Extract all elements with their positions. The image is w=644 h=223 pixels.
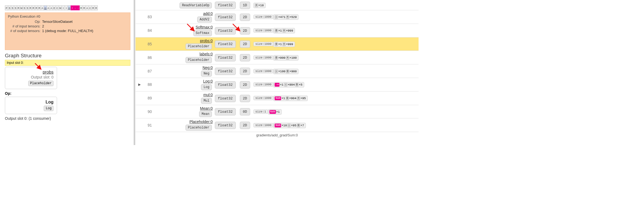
tensor-name-link[interactable]: labels:0 — [155, 52, 213, 56]
op-chip[interactable]: Placeholder — [186, 57, 212, 63]
stats-breakdown[interactable]: NaN×10×904+×95 — [273, 96, 307, 101]
stat-symbol-icon: + — [282, 29, 286, 33]
stats-breakdown[interactable]: -×471+×529 — [273, 14, 299, 20]
tensor-row[interactable]: 89mul:0Mulfloat322Dsize:1000NaN×10×904+×… — [136, 92, 419, 105]
output-slot-line: Output slot 0: (1 consumer) — [5, 116, 134, 121]
dim-chip[interactable]: 2D — [240, 40, 250, 48]
tensor-row[interactable]: 83add:0AddV2float322Dsize:1000-×471+×529 — [136, 10, 419, 24]
dim-chip[interactable]: 2D — [240, 14, 250, 21]
dim-chip[interactable]: 2D — [240, 81, 250, 89]
dtype-chip[interactable]: float32 — [215, 40, 236, 48]
stat-count: ×100 — [278, 70, 285, 73]
tensor-name-link[interactable]: mul:0 — [155, 93, 213, 97]
partial-row-name: gradients/add_grad/Sum:0 — [136, 132, 419, 138]
op-chip[interactable]: Placeholder — [186, 125, 212, 131]
dtype-chip[interactable]: float32 — [215, 108, 236, 115]
ribbon-cell[interactable]: R — [95, 5, 98, 10]
input-tensor-op-chip[interactable]: Placeholder — [28, 81, 54, 86]
tensor-name-link[interactable]: Log:0 — [155, 79, 213, 84]
stats-breakdown[interactable]: 0×1+×999 — [273, 28, 295, 33]
stat-count: ×7 — [300, 124, 304, 127]
stat-symbol-icon: 0 — [297, 124, 300, 127]
dtype-chip[interactable]: float32 — [215, 2, 236, 9]
stat-symbol-icon: + — [286, 56, 289, 60]
stat-symbol-icon: NaN — [269, 110, 276, 114]
tensor-name-link[interactable]: Placeholder:0 — [155, 120, 213, 124]
stats-breakdown[interactable]: -∞×1-×9940×5 — [273, 82, 304, 87]
tensor-row[interactable]: ReadVariableOpfloat321D+×10 — [136, 0, 419, 10]
stat-count: ×471 — [278, 15, 285, 19]
dtype-chip[interactable]: float32 — [215, 14, 236, 21]
expand-toggle-icon[interactable]: ▶ — [138, 83, 142, 86]
stats-breakdown[interactable]: -×1000×900 — [273, 69, 299, 74]
size-badge: size:1000 — [253, 123, 273, 127]
stats-breakdown[interactable]: 0×1+×999 — [273, 42, 295, 47]
dim-chip[interactable]: 2D — [240, 54, 250, 61]
dtype-chip[interactable]: float32 — [215, 54, 236, 61]
execution-detail-card: Python Execution #0 Op:TensorSliceDatase… — [5, 12, 130, 50]
dim-chip[interactable]: 1D — [240, 2, 250, 9]
event-ribbon[interactable]: PSSSRMSSRRRRAmAAECMIIm!--RRACRR — [5, 5, 134, 10]
op-chip[interactable]: Placeholder — [186, 43, 212, 49]
op-box[interactable]: Log Log — [5, 97, 57, 114]
input-tensor-link[interactable]: probs — [8, 70, 54, 75]
row-index: 90 — [142, 109, 155, 114]
row-index: 88 — [142, 82, 155, 87]
tensor-row[interactable]: 86labels:0Placeholderfloat322Dsize:10000… — [136, 51, 419, 64]
dtype-chip[interactable]: float32 — [215, 122, 236, 129]
stat-symbol-icon: 0 — [275, 29, 278, 33]
stats-breakdown[interactable]: NaN×10-×950×7 — [273, 123, 306, 128]
op-chip[interactable]: Mul — [201, 98, 212, 104]
tensor-name-link[interactable]: Neg:0 — [155, 65, 213, 70]
dtype-chip[interactable]: float32 — [215, 68, 236, 75]
op-heading: Op: — [5, 91, 134, 96]
op-chip[interactable]: Log — [44, 106, 54, 111]
op-chip[interactable]: Neg — [201, 71, 212, 77]
card-row-value: TensorSliceDataset — [42, 20, 73, 24]
dim-chip[interactable]: 2D — [240, 68, 250, 75]
row-index: 89 — [142, 96, 155, 100]
stat-count: ×900 — [278, 56, 285, 59]
tensor-row[interactable]: 87Neg:0Negfloat322Dsize:1000-×1000×900 — [136, 64, 419, 78]
stats-breakdown[interactable]: NaN×1 — [268, 109, 282, 115]
input-tensor-box[interactable]: probs Output slot: 0 Placeholder — [5, 67, 57, 89]
stat-symbol-icon: + — [297, 96, 300, 100]
tensor-row[interactable]: ▶88Log:0Logfloat322Dsize:1000-∞×1-×9940×… — [136, 78, 419, 92]
dim-chip[interactable]: 2D — [240, 27, 250, 34]
input-slot-label: Input slot 0: — [5, 60, 130, 66]
dtype-chip[interactable]: float32 — [215, 95, 236, 102]
dim-chip[interactable]: 2D — [240, 122, 250, 129]
stats-breakdown[interactable]: +×10 — [253, 3, 266, 8]
size-badge: size:1000 — [253, 28, 273, 33]
dtype-chip[interactable]: float32 — [215, 27, 236, 34]
op-chip[interactable]: Softmax — [193, 30, 212, 36]
dtype-chip[interactable]: float32 — [215, 81, 236, 89]
tensor-name-link[interactable]: Softmax:0 — [155, 25, 213, 30]
stat-symbol-icon: - — [284, 83, 287, 87]
tensor-name-link[interactable]: probs:0 — [155, 39, 213, 43]
dim-chip[interactable]: 0D — [240, 108, 250, 115]
tensor-name-link[interactable]: Mean:0 — [155, 106, 213, 111]
tensor-row[interactable]: 90Mean:0Meanfloat320Dsize:1NaN×1 — [136, 105, 419, 119]
card-row-label: # of input tensors: — [8, 24, 42, 28]
row-index: 91 — [142, 123, 155, 127]
op-chip[interactable]: Mean — [199, 111, 212, 117]
op-chip[interactable]: ReadVariableOp — [180, 2, 212, 8]
stat-count: ×95 — [291, 124, 296, 127]
stat-symbol-icon: 0 — [286, 96, 289, 100]
stat-symbol-icon: 0 — [275, 56, 278, 60]
card-row-label: Op: — [8, 20, 42, 24]
tensor-name-link[interactable]: add:0 — [155, 11, 213, 16]
op-chip[interactable]: Log — [201, 84, 212, 90]
tensor-row[interactable]: 84Softmax:0Softmaxfloat322Dsize:10000×1+… — [136, 24, 419, 37]
row-index: 84 — [142, 28, 155, 33]
stat-symbol-icon: + — [282, 42, 286, 46]
tensor-row[interactable]: 91Placeholder:0Placeholderfloat322Dsize:… — [136, 118, 419, 132]
stats-breakdown[interactable]: 0×900+×100 — [273, 55, 299, 61]
tensor-row[interactable]: 85probs:0Placeholderfloat322Dsize:10000×… — [136, 37, 419, 51]
card-row-label: # of output tensors: — [8, 29, 42, 33]
op-chip[interactable]: AddV2 — [197, 17, 212, 23]
stat-count: ×95 — [300, 97, 306, 100]
dim-chip[interactable]: 2D — [240, 95, 250, 102]
size-badge: size:1000 — [253, 96, 273, 100]
